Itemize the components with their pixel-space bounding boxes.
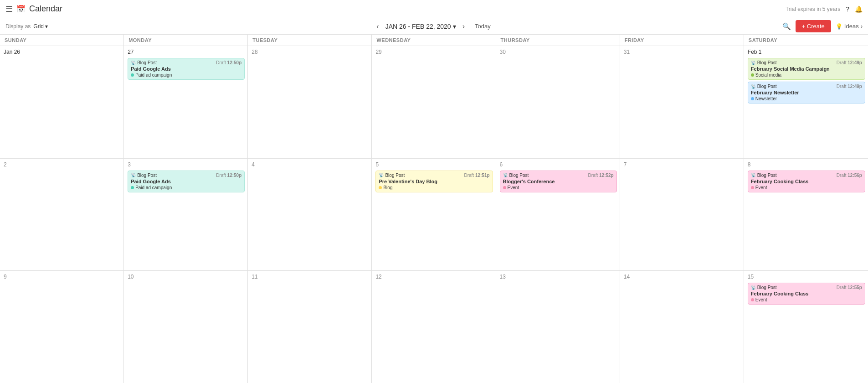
event-status: Draft 12:49p xyxy=(837,60,862,65)
bell-icon[interactable]: 🔔 xyxy=(855,5,863,13)
topbar: ☰ 📅 Calendar Trial expires in 5 years ? … xyxy=(0,0,868,18)
event-status: Draft 12:56p xyxy=(837,173,862,178)
prev-nav-button[interactable]: ‹ xyxy=(374,21,381,32)
event-tag: Paid ad campaign xyxy=(131,72,241,78)
day-number: 15 xyxy=(748,274,865,280)
day-cell[interactable]: 2 xyxy=(0,159,124,271)
event-type: 📡 Blog Post xyxy=(751,173,777,178)
ideas-button[interactable]: 💡 Ideas › xyxy=(836,23,863,30)
event-tag: Event xyxy=(503,185,614,190)
help-icon[interactable]: ? xyxy=(846,5,849,13)
event-title: February Newsletter xyxy=(751,90,862,95)
day-cell[interactable]: 9 xyxy=(0,271,124,383)
day-cell[interactable]: 29 xyxy=(372,46,496,158)
event-card[interactable]: 📡 Blog PostDraft 12:56pFebruary Cooking … xyxy=(748,171,865,192)
day-number: 10 xyxy=(128,274,245,280)
rss-icon: 📡 xyxy=(751,285,756,290)
date-range[interactable]: JAN 26 - FEB 22, 2020 ▾ xyxy=(385,23,456,30)
day-cell[interactable]: Jan 26 xyxy=(0,46,124,158)
day-number: 28 xyxy=(252,49,369,55)
day-number: 3 xyxy=(128,161,245,168)
topbar-right: Trial expires in 5 years ? 🔔 xyxy=(434,5,863,13)
toolbar: Display as Grid ▾ ‹ JAN 26 - FEB 22, 202… xyxy=(0,18,868,35)
day-header-saturday: SATURDAY xyxy=(744,35,868,46)
day-header-tuesday: TUESDAY xyxy=(248,35,372,46)
calendar-icon: 📅 xyxy=(16,5,26,13)
event-status: Draft 12:51p xyxy=(464,173,489,178)
rss-icon: 📡 xyxy=(751,84,756,89)
today-button[interactable]: Today xyxy=(471,21,494,31)
day-number: 11 xyxy=(252,274,369,280)
day-cell[interactable]: 10 xyxy=(124,271,248,383)
day-cell[interactable]: 13 xyxy=(496,271,620,383)
day-cell[interactable]: 8📡 Blog PostDraft 12:56pFebruary Cooking… xyxy=(744,159,868,271)
event-status: Draft 12:49p xyxy=(837,84,862,89)
week-row-2: 9101112131415📡 Blog PostDraft 12:55pFebr… xyxy=(0,271,868,383)
event-type: 📡 Blog Post xyxy=(503,173,529,178)
event-tag: Paid ad campaign xyxy=(131,185,241,190)
event-title: Paid Google Ads xyxy=(131,66,241,72)
event-card[interactable]: 📡 Blog PostDraft 12:51pPre Valentine's D… xyxy=(375,171,493,192)
lightbulb-icon: 💡 xyxy=(836,23,842,30)
event-tag: Blog xyxy=(379,185,489,190)
rss-icon: 📡 xyxy=(751,173,756,177)
event-tag: Newsletter xyxy=(751,96,862,101)
search-icon[interactable]: 🔍 xyxy=(782,22,791,31)
day-number: 7 xyxy=(624,161,741,168)
day-cell[interactable]: 14 xyxy=(620,271,744,383)
day-header-wednesday: WEDNESDAY xyxy=(372,35,496,46)
event-card[interactable]: 📡 Blog PostDraft 12:52pBlogger's Confere… xyxy=(500,171,617,192)
day-cell[interactable]: 11 xyxy=(248,271,372,383)
day-cell[interactable]: 4 xyxy=(248,159,372,271)
week-row-1: 23📡 Blog PostDraft 12:50pPaid Google Ads… xyxy=(0,159,868,271)
day-cell[interactable]: 31 xyxy=(620,46,744,158)
day-number: 29 xyxy=(375,49,493,55)
menu-button[interactable]: ☰ xyxy=(5,4,13,14)
event-card[interactable]: 📡 Blog PostDraft 12:50pPaid Google Ads P… xyxy=(128,171,245,192)
day-cell[interactable]: 6📡 Blog PostDraft 12:52pBlogger's Confer… xyxy=(496,159,620,271)
day-number: Jan 26 xyxy=(4,49,121,55)
tag-dot xyxy=(131,73,134,77)
event-type: 📡 Blog Post xyxy=(131,60,157,65)
day-cell[interactable]: 3📡 Blog PostDraft 12:50pPaid Google Ads … xyxy=(124,159,248,271)
next-nav-button[interactable]: › xyxy=(460,21,467,32)
day-cell[interactable]: 30 xyxy=(496,46,620,158)
day-cell[interactable]: 28 xyxy=(248,46,372,158)
day-cell[interactable]: 15📡 Blog PostDraft 12:55pFebruary Cookin… xyxy=(744,271,868,383)
event-card[interactable]: 📡 Blog PostDraft 12:49pFebruary Social M… xyxy=(748,58,865,80)
tag-dot xyxy=(751,73,754,77)
toolbar-center: ‹ JAN 26 - FEB 22, 2020 ▾ › Today xyxy=(291,21,577,32)
day-cell[interactable]: 27📡 Blog PostDraft 12:50pPaid Google Ads… xyxy=(124,46,248,158)
day-number: 6 xyxy=(500,161,617,168)
grid-select[interactable]: Grid ▾ xyxy=(33,23,48,30)
event-title: Blogger's Conference xyxy=(503,179,614,184)
toolbar-right: 🔍 + Create 💡 Ideas › xyxy=(577,20,863,32)
rss-icon: 📡 xyxy=(131,173,136,177)
day-number: 13 xyxy=(500,274,617,280)
day-header-thursday: THURSDAY xyxy=(496,35,620,46)
day-number: 5 xyxy=(375,161,493,168)
day-cell[interactable]: 7 xyxy=(620,159,744,271)
day-number: 27 xyxy=(128,49,245,55)
date-chevron-icon: ▾ xyxy=(453,23,456,30)
display-as-label: Display as xyxy=(5,23,31,30)
day-cell[interactable]: 12 xyxy=(372,271,496,383)
day-header-monday: MONDAY xyxy=(124,35,248,46)
day-number: 8 xyxy=(748,161,865,168)
app-title: Calendar xyxy=(29,4,62,14)
rss-icon: 📡 xyxy=(751,61,756,65)
day-cell[interactable]: Feb 1📡 Blog PostDraft 12:49pFebruary Soc… xyxy=(744,46,868,158)
day-cell[interactable]: 5📡 Blog PostDraft 12:51pPre Valentine's … xyxy=(372,159,496,271)
event-card[interactable]: 📡 Blog PostDraft 12:49pFebruary Newslett… xyxy=(748,82,865,104)
chevron-down-icon: ▾ xyxy=(45,23,48,30)
ideas-chevron-icon: › xyxy=(861,23,863,30)
tag-dot xyxy=(751,97,754,100)
event-card[interactable]: 📡 Blog PostDraft 12:50pPaid Google Ads P… xyxy=(128,58,245,80)
event-type: 📡 Blog Post xyxy=(751,60,777,65)
event-tag: Social media xyxy=(751,72,862,78)
event-card[interactable]: 📡 Blog PostDraft 12:55pFebruary Cooking … xyxy=(748,283,865,305)
day-number: 31 xyxy=(624,49,741,55)
rss-icon: 📡 xyxy=(379,173,384,177)
event-title: February Social Media Campaign xyxy=(751,66,862,72)
create-button[interactable]: + Create xyxy=(796,20,831,32)
